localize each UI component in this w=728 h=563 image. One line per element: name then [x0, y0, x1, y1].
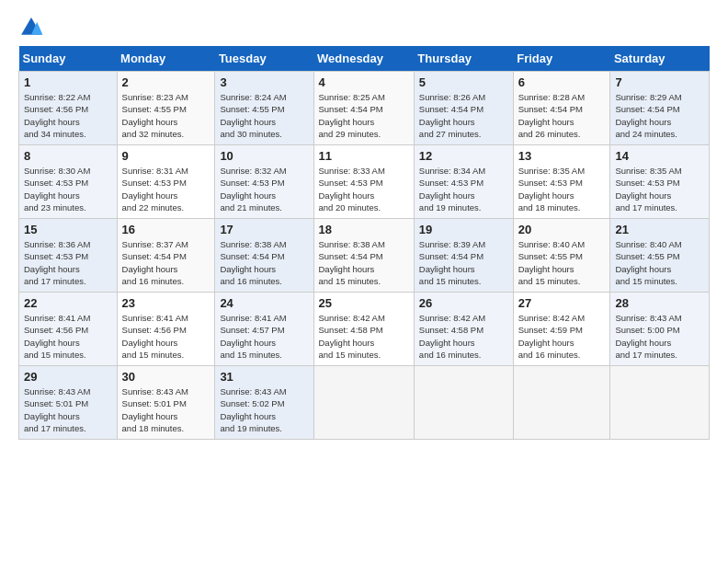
day-number: 21 [615, 223, 704, 236]
day-cell: 12 Sunrise: 8:34 AM Sunset: 4:53 PM Dayl… [414, 145, 513, 219]
day-detail: Sunrise: 8:29 AM Sunset: 4:54 PM Dayligh… [615, 91, 704, 140]
day-detail: Sunrise: 8:40 AM Sunset: 4:55 PM Dayligh… [518, 238, 606, 287]
day-detail: Sunrise: 8:24 AM Sunset: 4:55 PM Dayligh… [220, 91, 308, 140]
day-cell: 13 Sunrise: 8:35 AM Sunset: 4:53 PM Dayl… [513, 145, 610, 219]
day-number: 18 [319, 223, 409, 236]
day-cell: 14 Sunrise: 8:35 AM Sunset: 4:53 PM Dayl… [610, 145, 710, 219]
day-cell: 11 Sunrise: 8:33 AM Sunset: 4:53 PM Dayl… [313, 145, 414, 219]
day-cell [313, 366, 414, 440]
calendar-page: SundayMondayTuesdayWednesdayThursdayFrid… [0, 0, 728, 563]
column-header-tuesday: Tuesday [215, 46, 313, 72]
day-cell: 8 Sunrise: 8:30 AM Sunset: 4:53 PM Dayli… [19, 145, 118, 219]
day-cell: 20 Sunrise: 8:40 AM Sunset: 4:55 PM Dayl… [513, 219, 610, 293]
day-number: 5 [419, 75, 508, 89]
week-row-4: 22 Sunrise: 8:41 AM Sunset: 4:56 PM Dayl… [19, 293, 710, 366]
day-detail: Sunrise: 8:43 AM Sunset: 5:01 PM Dayligh… [24, 385, 112, 434]
day-number: 4 [319, 75, 409, 89]
day-detail: Sunrise: 8:43 AM Sunset: 5:01 PM Dayligh… [122, 385, 210, 434]
day-cell: 28 Sunrise: 8:43 AM Sunset: 5:00 PM Dayl… [610, 293, 710, 366]
day-cell: 2 Sunrise: 8:23 AM Sunset: 4:55 PM Dayli… [117, 72, 215, 145]
calendar-header-row: SundayMondayTuesdayWednesdayThursdayFrid… [19, 46, 710, 72]
day-number: 16 [122, 223, 210, 236]
day-detail: Sunrise: 8:23 AM Sunset: 4:55 PM Dayligh… [122, 91, 210, 140]
calendar-body: 1 Sunrise: 8:22 AM Sunset: 4:56 PM Dayli… [19, 72, 710, 440]
day-detail: Sunrise: 8:35 AM Sunset: 4:53 PM Dayligh… [518, 165, 606, 213]
day-number: 1 [24, 75, 112, 89]
day-number: 3 [220, 75, 308, 89]
column-header-saturday: Saturday [610, 46, 710, 72]
day-number: 19 [419, 223, 508, 236]
day-detail: Sunrise: 8:43 AM Sunset: 5:02 PM Dayligh… [220, 385, 308, 434]
day-cell: 22 Sunrise: 8:41 AM Sunset: 4:56 PM Dayl… [19, 293, 118, 366]
day-detail: Sunrise: 8:30 AM Sunset: 4:53 PM Dayligh… [24, 165, 112, 213]
day-cell: 23 Sunrise: 8:41 AM Sunset: 4:56 PM Dayl… [117, 293, 215, 366]
day-detail: Sunrise: 8:26 AM Sunset: 4:54 PM Dayligh… [419, 91, 508, 140]
day-number: 17 [220, 223, 308, 236]
day-cell: 9 Sunrise: 8:31 AM Sunset: 4:53 PM Dayli… [117, 145, 215, 219]
day-detail: Sunrise: 8:32 AM Sunset: 4:53 PM Dayligh… [220, 165, 308, 213]
day-number: 14 [615, 149, 704, 163]
week-row-2: 8 Sunrise: 8:30 AM Sunset: 4:53 PM Dayli… [19, 145, 710, 219]
day-cell: 18 Sunrise: 8:38 AM Sunset: 4:54 PM Dayl… [313, 219, 414, 293]
day-cell: 24 Sunrise: 8:41 AM Sunset: 4:57 PM Dayl… [215, 293, 313, 366]
day-number: 28 [615, 296, 704, 310]
day-cell: 21 Sunrise: 8:40 AM Sunset: 4:55 PM Dayl… [610, 219, 710, 293]
day-detail: Sunrise: 8:40 AM Sunset: 4:55 PM Dayligh… [615, 238, 704, 287]
day-detail: Sunrise: 8:22 AM Sunset: 4:56 PM Dayligh… [24, 91, 112, 140]
day-detail: Sunrise: 8:25 AM Sunset: 4:54 PM Dayligh… [319, 91, 409, 140]
day-detail: Sunrise: 8:42 AM Sunset: 4:58 PM Dayligh… [319, 312, 409, 361]
day-number: 20 [518, 223, 606, 236]
day-number: 10 [220, 149, 308, 163]
week-row-3: 15 Sunrise: 8:36 AM Sunset: 4:53 PM Dayl… [19, 219, 710, 293]
day-number: 8 [24, 149, 112, 163]
day-detail: Sunrise: 8:38 AM Sunset: 4:54 PM Dayligh… [220, 238, 308, 287]
day-number: 2 [122, 75, 210, 89]
day-cell: 4 Sunrise: 8:25 AM Sunset: 4:54 PM Dayli… [313, 72, 414, 145]
day-cell: 5 Sunrise: 8:26 AM Sunset: 4:54 PM Dayli… [414, 72, 513, 145]
day-number: 15 [24, 223, 112, 236]
day-number: 11 [319, 149, 409, 163]
day-detail: Sunrise: 8:41 AM Sunset: 4:57 PM Dayligh… [220, 312, 308, 361]
day-number: 25 [319, 296, 409, 310]
day-detail: Sunrise: 8:38 AM Sunset: 4:54 PM Dayligh… [319, 238, 409, 287]
day-cell [610, 366, 710, 440]
day-cell: 19 Sunrise: 8:39 AM Sunset: 4:54 PM Dayl… [414, 219, 513, 293]
column-header-sunday: Sunday [19, 46, 118, 72]
day-number: 9 [122, 149, 210, 163]
day-number: 31 [220, 370, 308, 384]
header [18, 15, 710, 40]
week-row-5: 29 Sunrise: 8:43 AM Sunset: 5:01 PM Dayl… [19, 366, 710, 440]
day-number: 29 [24, 370, 112, 384]
day-detail: Sunrise: 8:41 AM Sunset: 4:56 PM Dayligh… [24, 312, 112, 361]
day-number: 23 [122, 296, 210, 310]
day-cell: 15 Sunrise: 8:36 AM Sunset: 4:53 PM Dayl… [19, 219, 118, 293]
day-cell: 26 Sunrise: 8:42 AM Sunset: 4:58 PM Dayl… [414, 293, 513, 366]
day-cell: 1 Sunrise: 8:22 AM Sunset: 4:56 PM Dayli… [19, 72, 118, 145]
day-detail: Sunrise: 8:28 AM Sunset: 4:54 PM Dayligh… [518, 91, 606, 140]
column-header-thursday: Thursday [414, 46, 513, 72]
column-header-friday: Friday [513, 46, 610, 72]
day-cell: 6 Sunrise: 8:28 AM Sunset: 4:54 PM Dayli… [513, 72, 610, 145]
day-number: 30 [122, 370, 210, 384]
day-cell: 3 Sunrise: 8:24 AM Sunset: 4:55 PM Dayli… [215, 72, 313, 145]
day-detail: Sunrise: 8:42 AM Sunset: 4:58 PM Dayligh… [419, 312, 508, 361]
day-cell: 25 Sunrise: 8:42 AM Sunset: 4:58 PM Dayl… [313, 293, 414, 366]
day-cell [414, 366, 513, 440]
day-number: 13 [518, 149, 606, 163]
day-detail: Sunrise: 8:33 AM Sunset: 4:53 PM Dayligh… [319, 165, 409, 213]
day-cell: 29 Sunrise: 8:43 AM Sunset: 5:01 PM Dayl… [19, 366, 118, 440]
day-cell: 30 Sunrise: 8:43 AM Sunset: 5:01 PM Dayl… [117, 366, 215, 440]
day-cell [513, 366, 610, 440]
day-detail: Sunrise: 8:42 AM Sunset: 4:59 PM Dayligh… [518, 312, 606, 361]
day-cell: 7 Sunrise: 8:29 AM Sunset: 4:54 PM Dayli… [610, 72, 710, 145]
day-cell: 17 Sunrise: 8:38 AM Sunset: 4:54 PM Dayl… [215, 219, 313, 293]
day-number: 6 [518, 75, 606, 89]
day-detail: Sunrise: 8:34 AM Sunset: 4:53 PM Dayligh… [419, 165, 508, 213]
logo [18, 15, 48, 40]
day-detail: Sunrise: 8:36 AM Sunset: 4:53 PM Dayligh… [24, 238, 112, 287]
day-cell: 31 Sunrise: 8:43 AM Sunset: 5:02 PM Dayl… [215, 366, 313, 440]
day-cell: 10 Sunrise: 8:32 AM Sunset: 4:53 PM Dayl… [215, 145, 313, 219]
day-detail: Sunrise: 8:31 AM Sunset: 4:53 PM Dayligh… [122, 165, 210, 213]
day-number: 27 [518, 296, 606, 310]
day-detail: Sunrise: 8:37 AM Sunset: 4:54 PM Dayligh… [122, 238, 210, 287]
